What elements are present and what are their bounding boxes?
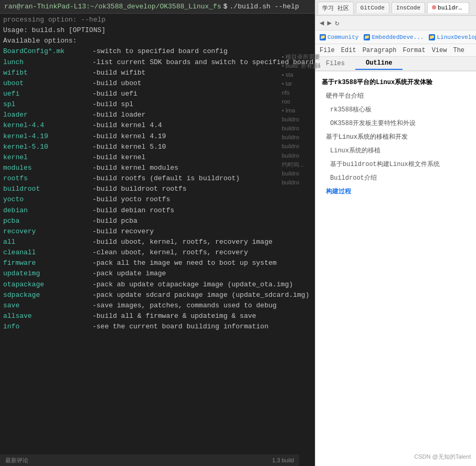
option-desc: -build kernel 5.10: [92, 142, 166, 152]
tab-favicon: [432, 5, 436, 9]
outline-item[interactable]: 硬件平台介绍: [315, 89, 476, 103]
doc-toolbar-item[interactable]: Edit: [341, 47, 356, 54]
bookmark-label: LinuxDevelop...: [437, 34, 476, 40]
option-desc: -build uboot: [92, 78, 142, 89]
doc-toolbar-item[interactable]: Format: [403, 47, 425, 54]
outline-item[interactable]: rk3588核心板: [315, 103, 476, 117]
option-name: kernel-4.19: [3, 131, 92, 142]
option-name: buildroot: [3, 184, 92, 194]
option-name: otapackage: [3, 279, 92, 290]
outline-item[interactable]: 基于buildroot构建Linux根文件系统: [315, 158, 476, 171]
doc-tabs: FilesOutline: [315, 57, 476, 71]
option-name: updateimg: [3, 268, 92, 279]
bookmark-item[interactable]: 📁LinuxDevelop...: [429, 34, 476, 40]
browser-tab[interactable]: GitCode: [356, 2, 389, 13]
terminal-line: modules-build kernel modules: [3, 163, 315, 173]
browser-tabs: 学习 社区GitCodeInsCodebuildroot: [315, 0, 476, 16]
nav-back-icon[interactable]: ◀: [320, 18, 324, 27]
nav-forward-icon[interactable]: ▶: [327, 18, 331, 27]
option-name: cleanall: [3, 247, 92, 258]
outline-item[interactable]: Linux系统的移植: [315, 144, 476, 158]
browser-bookmarks: 📁Community📁EmbeddedDeve...📁LinuxDevelop.…: [315, 30, 476, 44]
option-name: allsave: [3, 311, 92, 322]
nav-refresh-icon[interactable]: ↻: [335, 18, 339, 27]
bookmark-item[interactable]: 📁Community: [320, 34, 358, 40]
outline-item[interactable]: 基于Linux系统的移植和开发: [315, 130, 476, 144]
option-name: spl: [3, 99, 92, 110]
bookmark-folder-icon: 📁: [364, 34, 370, 40]
doc-toolbar-item[interactable]: File: [320, 47, 335, 54]
terminal-line: allsave-build all & firmware & updateimg…: [3, 311, 315, 322]
outline-item[interactable]: OK3588开发板主要特性和外设: [315, 117, 476, 130]
terminal-line: debian-build debian rootfs: [3, 205, 315, 216]
option-desc: -build uefi: [92, 89, 137, 99]
terminal-line: sdpackage-pack update sdcard package ima…: [3, 290, 315, 301]
terminal-line: spl-build spl: [3, 99, 315, 110]
outline-item[interactable]: 基于rk3588平台的Linux系统开发体验: [315, 76, 476, 89]
terminal-line: kernel-4.19-build kernel 4.19: [3, 131, 315, 142]
doc-toolbar-item[interactable]: The: [453, 47, 464, 54]
option-name: wifibt: [3, 68, 92, 78]
option-desc: -build kernel modules: [92, 163, 178, 173]
bookmark-folder-icon: 📁: [320, 34, 326, 40]
browser-nav: ◀ ▶ ↻: [315, 16, 476, 30]
processing-text: processing option: --help: [3, 15, 105, 25]
option-name: save: [3, 301, 92, 311]
doc-toolbar-item[interactable]: View: [432, 47, 447, 54]
option-desc: -list current SDK boards and switch to s…: [92, 57, 319, 68]
terminal-line: lunch-list current SDK boards and switch…: [3, 57, 315, 68]
option-name: debian: [3, 205, 92, 216]
bookmark-item[interactable]: 📁EmbeddedDeve...: [364, 34, 424, 40]
option-name: modules: [3, 163, 92, 173]
terminal-line: firmware-pack all the image we need to b…: [3, 258, 315, 268]
bottom-version: 1.3 build: [272, 457, 294, 463]
outline-item[interactable]: Buildroot介绍: [315, 171, 476, 185]
option-name: firmware: [3, 258, 92, 268]
terminal-line: all-build uboot, kernel, rootfs, recover…: [3, 237, 315, 247]
option-desc: -build pcba: [92, 216, 137, 226]
option-desc: -see the current board building informat…: [92, 322, 268, 332]
option-name: recovery: [3, 226, 92, 237]
option-name: yocto: [3, 194, 92, 205]
option-name: all: [3, 237, 92, 247]
terminal-titlebar: ran@ran-ThinkPad-L13:~/ok3588_develop/OK…: [0, 0, 319, 14]
option-name: lunch: [3, 57, 92, 68]
browser-tab[interactable]: 学习 社区: [318, 2, 354, 14]
header-text: Available options:: [3, 36, 77, 46]
terminal-line: uefi-build uefi: [3, 89, 315, 99]
option-desc: -build recovery: [92, 226, 154, 237]
browser-tab[interactable]: InsCode: [392, 2, 425, 13]
doc-tab[interactable]: Files: [315, 58, 355, 69]
option-name: sdpackage: [3, 290, 92, 301]
terminal-line: Usage: build.sh [OPTIONS]: [3, 25, 315, 36]
terminal-line: uboot-build uboot: [3, 78, 315, 89]
terminal-line: wifibt-build wifibt: [3, 68, 315, 78]
csdn-watermark: CSDN @无知的Talent: [414, 453, 471, 461]
option-name: rootfs: [3, 173, 92, 184]
terminal-line: loader-build loader: [3, 110, 315, 120]
doc-tab[interactable]: Outline: [355, 57, 403, 70]
option-name: BoardConfig*.mk: [3, 46, 92, 57]
option-name: kernel: [3, 152, 92, 163]
terminal-bottom-bar: 最新评论 1.3 build: [0, 454, 299, 466]
outline-item[interactable]: 构建过程: [315, 185, 476, 199]
terminal-line: processing option: --help: [3, 15, 315, 25]
option-desc: -build buildroot rootfs: [92, 184, 186, 194]
doc-toolbar-item[interactable]: Paragraph: [363, 47, 397, 54]
option-desc: -build loader: [92, 110, 145, 120]
option-desc: -save images, patches, commands used to …: [92, 301, 277, 311]
option-desc: -build kernel: [92, 152, 145, 163]
option-name: uboot: [3, 78, 92, 89]
terminal-content: processing option: --helpUsage: build.sh…: [0, 14, 319, 333]
terminal-prompt: $: [223, 3, 227, 11]
terminal-line: pcba-build pcba: [3, 216, 315, 226]
option-desc: -build uboot, kernel, rootfs, recovery i…: [92, 237, 272, 247]
terminal-line: otapackage-pack ab update otapackage ima…: [3, 279, 315, 290]
bookmark-label: Community: [327, 34, 358, 40]
doc-toolbar: FileEditParagraphFormatViewThe: [315, 44, 476, 57]
terminal-line: buildroot-build buildroot rootfs: [3, 184, 315, 194]
option-name: kernel-4.4: [3, 120, 92, 131]
terminal-line: BoardConfig*.mk-switch to specified boar…: [3, 46, 315, 57]
doc-panel: FileEditParagraphFormatViewThe FilesOutl…: [315, 44, 476, 466]
browser-tab[interactable]: buildroot: [427, 2, 469, 13]
